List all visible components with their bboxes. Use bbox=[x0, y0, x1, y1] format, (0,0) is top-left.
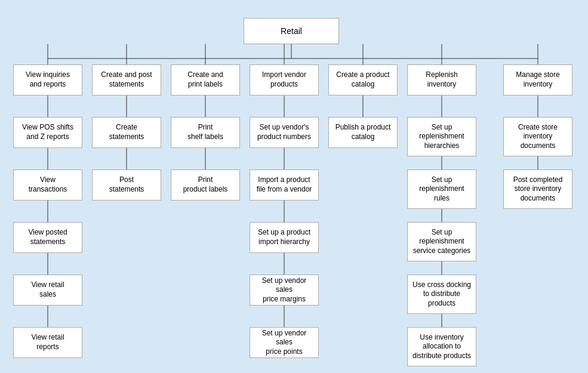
node-view-retail-reports: View retail reports bbox=[13, 327, 82, 358]
node-create-statements: Create statements bbox=[92, 117, 161, 148]
node-create-print-labels: Create and print labels bbox=[171, 64, 240, 95]
node-create-post-statements: Create and post statements bbox=[92, 64, 161, 95]
node-import-vendor-products: Import vendor products bbox=[250, 64, 319, 95]
node-cross-docking: Use cross docking to distribute products bbox=[407, 275, 476, 314]
node-publish-product-catalog: Publish a product catalog bbox=[328, 117, 398, 148]
root-node: Retail bbox=[244, 18, 339, 44]
node-setup-import-hierarchy: Set up a product import hierarchy bbox=[250, 222, 319, 253]
node-view-pos-shifts: View POS shifts and Z reports bbox=[13, 117, 82, 148]
node-post-completed-store-inventory-docs: Post completed store inventory documents bbox=[503, 169, 572, 209]
node-replenish-inventory: Replenish inventory bbox=[407, 64, 476, 95]
node-manage-store-inventory: Manage store inventory bbox=[503, 64, 572, 95]
node-view-transactions: View transactions bbox=[13, 169, 82, 201]
node-post-statements: Post statements bbox=[92, 169, 161, 201]
node-setup-vendor-price-margins: Set up vendor sales price margins bbox=[250, 275, 319, 306]
node-print-shelf-labels: Print shelf labels bbox=[171, 117, 240, 148]
node-setup-vendor-price-points: Set up vendor sales price points bbox=[250, 327, 319, 358]
node-print-product-labels: Print product labels bbox=[171, 169, 240, 201]
node-view-inquiries: View inquiries and reports bbox=[13, 64, 82, 95]
node-setup-replenishment-hierarchies: Set up replenishment hierarchies bbox=[407, 117, 476, 156]
node-inventory-allocation: Use inventory allocation to distribute p… bbox=[407, 327, 476, 366]
diagram-container: Retail View inquiries and reports View P… bbox=[0, 0, 588, 373]
node-create-product-catalog: Create a product catalog bbox=[328, 64, 398, 95]
node-setup-replenishment-rules: Set up replenishment rules bbox=[407, 169, 476, 209]
node-import-product-file: Import a product file from a vendor bbox=[250, 169, 319, 201]
node-create-store-inventory-docs: Create store inventory documents bbox=[503, 117, 572, 156]
node-view-posted-statements: View posted statements bbox=[13, 222, 82, 253]
node-setup-vendor-numbers: Set up vendor's product numbers bbox=[250, 117, 319, 148]
node-setup-replenishment-service-categories: Set up replenishment service categories bbox=[407, 222, 476, 261]
node-view-retail-sales: View retail sales bbox=[13, 275, 82, 306]
